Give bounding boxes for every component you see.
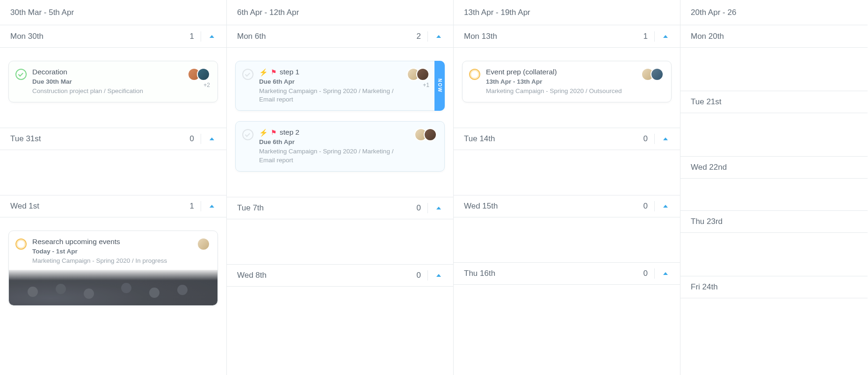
task-card[interactable]: Research upcoming events Today - 1st Apr… — [8, 231, 218, 306]
divider — [654, 268, 655, 279]
collapse-button[interactable] — [208, 202, 216, 210]
day-header[interactable]: Mon 6th 2 — [227, 25, 453, 48]
task-card[interactable]: ⚡ ⚑ step 2 Due 6th Apr Marketing Campaig… — [235, 121, 445, 171]
day-body[interactable] — [454, 217, 680, 262]
task-avatars[interactable]: +2 — [188, 68, 210, 95]
day-body[interactable]: Event prep (collateral) 13th Apr - 13th … — [454, 48, 680, 128]
task-title: Event prep (collateral) — [486, 68, 557, 76]
day-body[interactable] — [227, 219, 453, 264]
week-column: 6th Apr - 12th Apr Mon 6th 2 ⚡ ⚑ — [227, 0, 454, 375]
day-body[interactable] — [454, 285, 680, 330]
chevron-up-icon — [210, 35, 214, 38]
day-body[interactable]: ⚡ ⚑ step 1 Due 6th Apr Marketing Campaig… — [227, 48, 453, 197]
day-body[interactable] — [680, 298, 868, 341]
day-header-right: 0 — [644, 134, 670, 144]
day-body[interactable]: Research upcoming events Today - 1st Apr… — [0, 217, 226, 331]
day-body[interactable] — [0, 150, 226, 195]
task-cover-image — [9, 270, 217, 305]
status-check-icon[interactable] — [242, 129, 253, 140]
day-label: Fri 24th — [691, 282, 718, 292]
day-count: 2 — [417, 32, 421, 41]
day-body[interactable] — [680, 179, 868, 210]
status-check-icon[interactable] — [15, 238, 27, 250]
chevron-up-icon — [436, 207, 441, 209]
week-body[interactable]: Mon 6th 2 ⚡ ⚑ step 1 Due — [227, 25, 453, 375]
day-count: 0 — [190, 134, 194, 144]
collapse-button[interactable] — [661, 202, 670, 210]
day-header[interactable]: Mon 13th 1 — [454, 25, 680, 48]
chevron-up-icon — [663, 137, 668, 140]
now-badge: NOW — [434, 61, 445, 111]
divider — [654, 31, 655, 42]
day-body[interactable] — [227, 287, 453, 332]
day-header[interactable]: Mon 30th 1 — [0, 25, 226, 48]
day-body[interactable] — [680, 48, 868, 91]
day-label: Wed 22nd — [691, 163, 727, 172]
week-body[interactable]: Mon 30th 1 Decoration Due 30th Mar Const… — [0, 25, 226, 375]
collapse-button[interactable] — [661, 269, 670, 278]
task-main: Event prep (collateral) 13th Apr - 13th … — [486, 68, 636, 95]
day-label: Mon 20th — [691, 32, 724, 41]
task-due: Due 30th Mar — [32, 78, 182, 85]
day-label: Wed 8th — [237, 271, 267, 280]
task-title: step 1 — [280, 68, 299, 76]
day-header[interactable]: Tue 21st — [680, 91, 868, 113]
week-header: 13th Apr - 19th Apr — [454, 0, 680, 25]
task-title: step 2 — [280, 128, 299, 137]
chevron-up-icon — [210, 137, 214, 140]
collapse-button[interactable] — [661, 135, 670, 143]
day-header[interactable]: Tue 14th 0 — [454, 128, 680, 150]
task-path: Marketing Campaign - Spring 2020 / In pr… — [32, 257, 191, 265]
day-body[interactable]: Decoration Due 30th Mar Construction pro… — [0, 48, 226, 128]
week-header: 30th Mar - 5th Apr — [0, 0, 226, 25]
day-body[interactable] — [680, 113, 868, 156]
day-label: Mon 13th — [464, 32, 497, 41]
day-header[interactable]: Mon 20th — [680, 25, 868, 48]
week-body[interactable]: Mon 13th 1 Event prep (collateral) 13th … — [454, 25, 680, 375]
task-avatars[interactable] — [641, 68, 664, 95]
chevron-up-icon — [663, 35, 668, 38]
task-card[interactable]: ⚡ ⚑ step 1 Due 6th Apr Marketing Campaig… — [235, 61, 445, 111]
task-avatars[interactable]: +1 — [407, 68, 429, 104]
day-label: Tue 14th — [464, 134, 495, 144]
day-label: Tue 7th — [237, 203, 264, 213]
day-header[interactable]: Tue 31st 0 — [0, 128, 226, 150]
status-check-icon[interactable] — [242, 69, 253, 80]
collapse-button[interactable] — [434, 204, 443, 212]
day-header[interactable]: Wed 8th 0 — [227, 264, 453, 287]
day-header-right: 2 — [417, 31, 443, 42]
task-main: Research upcoming events Today - 1st Apr… — [32, 238, 191, 265]
day-count: 0 — [417, 203, 421, 213]
status-check-icon[interactable] — [469, 69, 480, 80]
collapse-button[interactable] — [434, 271, 443, 280]
task-path: Marketing Campaign - Spring 2020 / Marke… — [259, 147, 409, 164]
task-card[interactable]: Event prep (collateral) 13th Apr - 13th … — [462, 61, 672, 102]
day-header[interactable]: Wed 1st 1 — [0, 195, 226, 217]
task-card[interactable]: Decoration Due 30th Mar Construction pro… — [8, 61, 218, 102]
task-avatars[interactable] — [197, 238, 210, 265]
task-path: Marketing Campaign - Spring 2020 / Outso… — [486, 87, 636, 95]
day-body[interactable] — [680, 233, 868, 276]
collapse-button[interactable] — [208, 32, 216, 41]
avatar — [197, 68, 210, 81]
complete-check-icon[interactable] — [15, 69, 27, 80]
day-header[interactable]: Thu 23rd — [680, 210, 868, 233]
collapse-button[interactable] — [208, 135, 216, 143]
day-count: 1 — [644, 32, 648, 41]
day-header[interactable]: Thu 16th 0 — [454, 262, 680, 285]
day-count: 0 — [644, 134, 648, 144]
day-header[interactable]: Tue 7th 0 — [227, 197, 453, 219]
day-header[interactable]: Wed 15th 0 — [454, 195, 680, 217]
day-header[interactable]: Fri 24th — [680, 276, 868, 298]
day-body[interactable] — [454, 150, 680, 195]
collapse-button[interactable] — [434, 32, 443, 41]
day-header[interactable]: Wed 22nd — [680, 156, 868, 179]
day-label: Tue 21st — [691, 97, 722, 107]
avatar-more-count: +2 — [203, 82, 210, 88]
task-avatars[interactable] — [414, 128, 437, 164]
day-count: 0 — [644, 202, 648, 211]
week-body[interactable]: Mon 20th Tue 21st Wed 22nd Thu 23rd Fri … — [680, 25, 868, 375]
flag-icon: ⚑ — [271, 129, 277, 136]
collapse-button[interactable] — [661, 32, 670, 41]
task-path: Marketing Campaign - Spring 2020 / Marke… — [259, 87, 401, 104]
